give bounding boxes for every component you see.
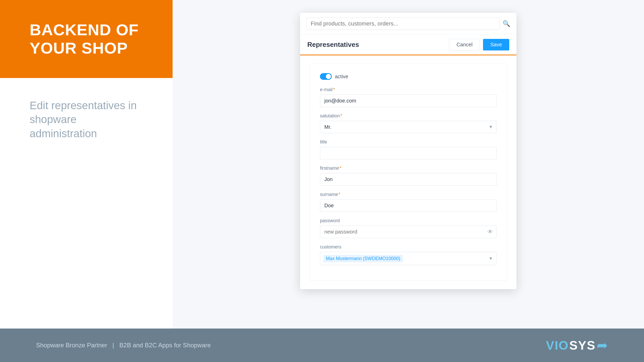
form-area: active e-mail* salutation*: [300, 55, 516, 289]
password-label: password: [320, 218, 497, 223]
title-group: title: [320, 139, 497, 159]
customer-tag-label: Max Mustermann (SWDEMO10000): [326, 256, 400, 261]
email-group: e-mail*: [320, 87, 497, 107]
right-panel: 🔍 Representatives Cancel Save active: [173, 0, 644, 329]
search-bar: 🔍: [300, 13, 516, 35]
orange-hero-block: BACKEND OF YOUR SHOP: [0, 0, 173, 78]
logo-sys: SYS: [569, 338, 596, 352]
header-actions: Cancel Save: [449, 39, 509, 50]
surname-field[interactable]: [320, 199, 497, 212]
salutation-group: salutation* Mr. Mrs. Mx. ▼: [320, 113, 497, 133]
customers-multiselect[interactable]: Max Mustermann (SWDEMO10000): [320, 252, 497, 265]
password-group: password 👁: [320, 218, 497, 238]
salutation-label: salutation*: [320, 113, 497, 119]
logo-vio: VIO: [546, 338, 569, 352]
eye-icon[interactable]: 👁: [487, 229, 493, 235]
footer-separator: |: [113, 342, 114, 349]
surname-group: surname*: [320, 192, 497, 212]
customer-tag: Max Mustermann (SWDEMO10000): [323, 255, 403, 262]
password-field[interactable]: [320, 226, 497, 238]
partner-text: Shopware Bronze Partner: [36, 342, 107, 349]
left-panel: BACKEND OF YOUR SHOP Edit representative…: [0, 0, 173, 329]
customers-multiselect-wrap: Max Mustermann (SWDEMO10000) ▼: [320, 252, 497, 265]
headline: BACKEND OF YOUR SHOP: [30, 21, 143, 57]
firstname-label: firstname*: [320, 166, 497, 171]
salutation-select-wrap: Mr. Mrs. Mx. ▼: [320, 121, 497, 133]
title-field[interactable]: [320, 147, 497, 159]
surname-label: surname*: [320, 192, 497, 197]
description: Edit representatives in shopware adminis…: [30, 99, 143, 141]
active-toggle[interactable]: [320, 73, 332, 80]
cancel-button[interactable]: Cancel: [449, 39, 480, 50]
title-label: title: [320, 139, 497, 145]
apps-text: B2B and B2C Apps for Shopware: [119, 342, 211, 349]
shopware-admin-window: 🔍 Representatives Cancel Save active: [300, 13, 516, 289]
viosys-logo: VIO SYS ➦: [546, 338, 608, 352]
firstname-field[interactable]: [320, 173, 497, 186]
description-area: Edit representatives in shopware adminis…: [0, 78, 173, 329]
form-card: active e-mail* salutation*: [309, 64, 507, 281]
firstname-group: firstname*: [320, 166, 497, 186]
header-bar: Representatives Cancel Save: [300, 35, 516, 55]
search-input[interactable]: [306, 18, 499, 30]
customers-label: customers: [320, 244, 497, 250]
active-toggle-label: active: [335, 74, 348, 80]
active-toggle-row: active: [320, 73, 497, 80]
footer-left: Shopware Bronze Partner | B2B and B2C Ap…: [36, 342, 211, 349]
footer: Shopware Bronze Partner | B2B and B2C Ap…: [0, 329, 644, 362]
email-label: e-mail*: [320, 87, 497, 92]
page-title: Representatives: [307, 41, 359, 49]
password-wrap: 👁: [320, 226, 497, 238]
customers-group: customers Max Mustermann (SWDEMO10000) ▼: [320, 244, 497, 265]
search-icon[interactable]: 🔍: [503, 20, 510, 27]
salutation-select[interactable]: Mr. Mrs. Mx.: [320, 121, 497, 133]
save-button[interactable]: Save: [483, 39, 509, 50]
logo-swoosh-icon: ➦: [597, 339, 608, 352]
chevron-down-icon: ▼: [488, 256, 493, 261]
email-field[interactable]: [320, 94, 497, 107]
